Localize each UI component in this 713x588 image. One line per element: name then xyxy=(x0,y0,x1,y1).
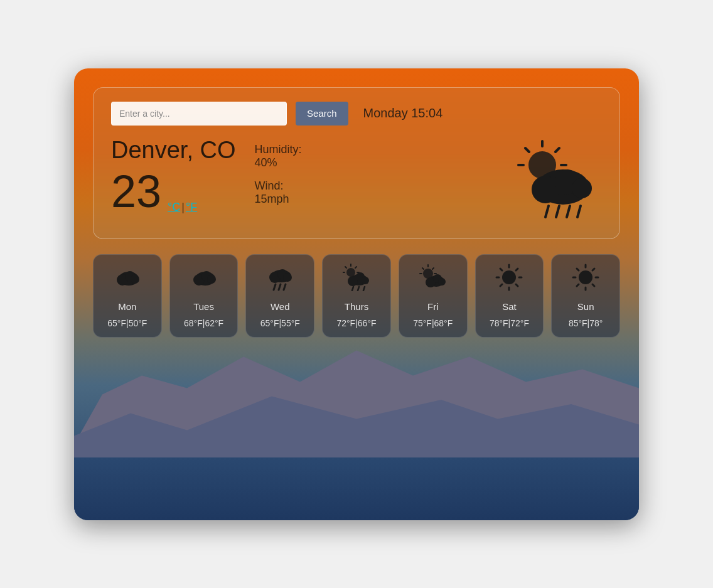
humidity-label: Humidity: xyxy=(255,143,302,156)
main-weather-icon xyxy=(508,137,602,225)
forecast-temp-mon: 65°F|50°F xyxy=(107,318,147,328)
svg-line-45 xyxy=(432,268,434,269)
svg-line-69 xyxy=(592,284,594,286)
svg-line-28 xyxy=(279,284,281,290)
datetime-display: Monday 15:04 xyxy=(363,106,443,120)
svg-line-59 xyxy=(500,269,502,270)
svg-line-42 xyxy=(363,287,365,291)
card-body: Denver, CO 23 °C | °F Humidity: 40% xyxy=(111,137,602,225)
svg-line-60 xyxy=(516,284,518,286)
svg-point-10 xyxy=(572,178,592,198)
forecast-card-sun: Sun 85°F|78° xyxy=(551,254,620,338)
search-button[interactable]: Search xyxy=(296,102,348,126)
main-content: Search Monday 15:04 Denver, CO 23 °C | °… xyxy=(74,68,639,520)
forecast-card-thurs: Thurs 72°F|66°F xyxy=(322,254,391,338)
unit-celsius-toggle[interactable]: °C xyxy=(168,201,180,214)
city-name: Denver, CO xyxy=(111,137,236,164)
forecast-day-mon: Mon xyxy=(118,301,136,312)
weather-card: Search Monday 15:04 Denver, CO 23 °C | °… xyxy=(93,87,620,239)
forecast-day-tues: Tues xyxy=(193,301,214,312)
wind-value: 15mph xyxy=(255,193,289,205)
forecast-card-mon: Mon 65°F|50°F xyxy=(93,254,162,338)
humidity-row: Humidity: 40% xyxy=(255,143,489,169)
forecast-temp-sat: 78°F|72°F xyxy=(490,318,529,328)
forecast-icon-sat xyxy=(495,264,523,295)
svg-point-18 xyxy=(131,275,139,284)
location-temp: Denver, CO 23 °C | °F xyxy=(111,137,236,214)
svg-line-34 xyxy=(345,267,346,268)
forecast-icon-wed xyxy=(266,264,294,295)
unit-separator: | xyxy=(181,201,185,214)
forecast-temp-sun: 85°F|78° xyxy=(569,318,603,328)
forecast-day-fri: Fri xyxy=(427,301,439,312)
forecast-icon-tues xyxy=(190,264,218,295)
svg-line-5 xyxy=(525,148,529,152)
forecast-card-fri: Fri 75°F|68°F xyxy=(399,254,468,338)
svg-point-53 xyxy=(438,278,446,286)
svg-line-29 xyxy=(284,284,286,290)
forecast-card-wed: Wed 65°F|55°F xyxy=(245,254,314,338)
svg-line-2 xyxy=(555,148,559,152)
svg-line-40 xyxy=(352,287,353,291)
forecast-day-thurs: Thurs xyxy=(345,301,368,312)
unit-fahrenheit-toggle[interactable]: °F xyxy=(186,201,197,214)
svg-line-27 xyxy=(274,284,276,290)
temp-row: 23 °C | °F xyxy=(111,169,236,214)
forecast-card-sat: Sat 78°F|72°F xyxy=(475,254,544,338)
forecast-icon-sun xyxy=(572,264,599,295)
svg-line-61 xyxy=(516,269,518,270)
forecast-row: Mon 65°F|50°F Tues 68°F|62°F xyxy=(93,254,620,338)
humidity-value: 40% xyxy=(255,156,277,169)
unit-toggle: °C | °F xyxy=(168,193,197,214)
temperature-display: 23 xyxy=(111,169,161,214)
svg-line-13 xyxy=(567,206,570,217)
forecast-day-wed: Wed xyxy=(271,301,290,312)
svg-line-70 xyxy=(592,269,594,270)
forecast-icon-fri xyxy=(419,264,447,295)
weather-details: Humidity: 40% Wind: 15mph xyxy=(255,137,489,216)
svg-point-26 xyxy=(283,273,292,282)
wind-label: Wind: xyxy=(255,179,284,192)
svg-line-12 xyxy=(556,206,559,217)
forecast-day-sat: Sat xyxy=(502,301,517,312)
svg-line-32 xyxy=(355,267,356,268)
forecast-temp-tues: 68°F|62°F xyxy=(184,318,223,328)
city-search-input[interactable] xyxy=(111,102,287,126)
forecast-temp-wed: 65°F|55°F xyxy=(260,318,300,328)
svg-point-63 xyxy=(579,270,592,284)
svg-point-54 xyxy=(502,270,516,284)
svg-line-62 xyxy=(500,284,502,286)
forecast-day-sun: Sun xyxy=(577,301,594,312)
svg-line-71 xyxy=(577,284,579,286)
svg-line-68 xyxy=(577,269,579,270)
forecast-temp-thurs: 72°F|66°F xyxy=(336,318,376,328)
app-container: Search Monday 15:04 Denver, CO 23 °C | °… xyxy=(74,68,639,520)
svg-point-22 xyxy=(207,275,216,284)
forecast-icon-mon xyxy=(114,264,141,295)
svg-point-39 xyxy=(362,277,369,284)
wind-row: Wind: 15mph xyxy=(255,179,489,206)
card-header: Search Monday 15:04 xyxy=(111,102,602,126)
svg-line-41 xyxy=(358,287,359,291)
svg-line-14 xyxy=(577,206,581,217)
svg-line-11 xyxy=(545,206,549,217)
forecast-icon-thurs xyxy=(343,264,370,295)
forecast-temp-fri: 75°F|68°F xyxy=(413,318,453,328)
svg-line-47 xyxy=(422,268,424,269)
forecast-card-tues: Tues 68°F|62°F xyxy=(169,254,239,338)
